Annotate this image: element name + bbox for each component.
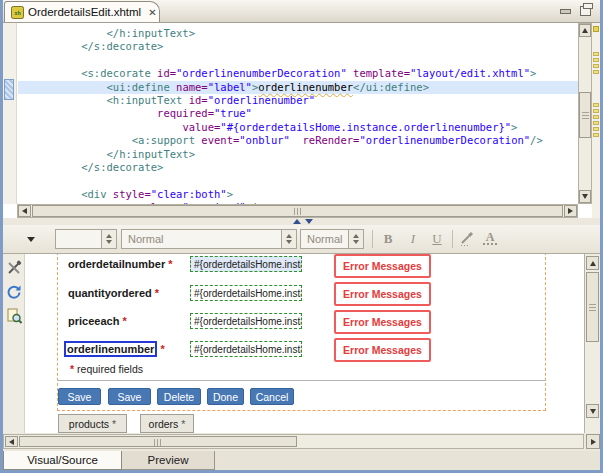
occurrence-marker [593,103,599,107]
close-icon[interactable]: ✕ [148,7,156,18]
code-line[interactable]: </h:inputText> [18,27,578,40]
canvas-hscroll-thumb[interactable] [19,436,297,447]
source-code-area[interactable]: </h:inputText> </s:decorate> <s:decorate… [18,23,578,204]
required-fields-note: *required fields [70,363,143,375]
input-field-orderdetailnumber[interactable]: #{orderdetailsHome.instan [190,256,302,272]
code-line[interactable]: <div style="clear:both"> [18,188,578,201]
error-messages-placeholder[interactable]: Error Messages [334,254,431,278]
preferences-tools-icon[interactable] [6,260,22,276]
vpe-canvas[interactable]: *required fields orderdetailnumber*#{ord… [25,254,584,433]
scroll-down-arrow[interactable] [586,404,599,418]
source-horizontal-scrollbar[interactable] [17,204,578,218]
scroll-up-arrow[interactable] [579,24,591,37]
refresh-icon[interactable] [6,284,22,300]
save-button[interactable]: Save [58,388,101,405]
error-messages-placeholder[interactable]: Error Messages [334,338,431,362]
bold-button[interactable]: B [378,229,398,249]
toolbar-separator [372,230,373,248]
editor-tab[interactable]: xh OrderdetailsEdit.xhtml ✕ [4,1,160,22]
scroll-right-arrow[interactable] [586,434,600,449]
entity-tab-orders[interactable]: orders* [140,414,194,433]
scroll-left-arrow[interactable] [5,436,18,447]
occurrence-marker [593,109,599,113]
maximize-icon[interactable] [580,6,591,16]
mode-tab-preview[interactable]: Preview [122,451,215,470]
field-label-priceeach[interactable]: priceeach [68,315,119,327]
editor-gutter [3,23,17,204]
pane-splitter[interactable] [3,218,600,225]
form-row: quantityordered* [68,285,159,301]
input-field-priceeach[interactable]: #{orderdetailsHome.instan [190,313,302,329]
code-line[interactable]: <s:decorate id="orderlinenumberDecoratio… [18,67,578,80]
scroll-up-arrow[interactable] [586,256,599,270]
style-class-combo[interactable] [55,229,117,249]
page-design-options-icon[interactable] [6,308,22,324]
annotation-indicator [593,26,599,32]
font-color-button[interactable]: A [483,231,497,245]
field-label-orderlinenumber[interactable]: orderlinenumber [64,341,157,357]
source-vscroll-thumb[interactable] [579,92,591,138]
required-star: * [160,343,164,355]
splitter-up-arrow[interactable] [293,219,301,224]
source-editor-pane: </h:inputText> </s:decorate> <s:decorate… [3,23,600,218]
error-messages-placeholder[interactable]: Error Messages [334,282,431,306]
toolbar-separator [452,230,453,248]
code-line[interactable]: </h:inputText> [18,148,578,161]
input-field-quantityordered[interactable]: #{orderdetailsHome.instan [190,285,302,301]
required-star: * [122,315,126,327]
code-line[interactable]: </s:decorate> [18,161,578,174]
field-label-orderdetailnumber[interactable]: orderdetailnumber [68,258,165,270]
minimize-icon[interactable] [560,9,571,14]
underline-button[interactable]: U [427,229,447,249]
required-star: * [155,287,159,299]
error-messages-placeholder[interactable]: Error Messages [334,310,431,334]
canvas-horizontal-scrollbar[interactable] [3,433,600,451]
input-field-orderlinenumber[interactable]: #{orderdetailsHome.instan [190,341,302,357]
delete-button[interactable]: Delete [157,388,201,405]
field-label-quantityordered[interactable]: quantityordered [68,287,152,299]
italic-button[interactable]: I [403,229,423,249]
canvas-hscroll-track[interactable] [3,434,584,449]
canvas-vscroll-thumb[interactable] [586,272,599,342]
vpe-side-toolbar [3,254,25,433]
code-line[interactable]: value="#{orderdetailsHome.instance.order… [18,121,578,134]
code-line[interactable]: </s:decorate> [18,40,578,53]
code-line[interactable]: required="true" [18,107,578,120]
svg-text:xh: xh [14,9,21,15]
occurrence-marker [593,133,599,137]
combo-spinner-icon[interactable] [281,230,296,248]
scroll-left-arrow[interactable] [18,205,31,217]
form-row: orderdetailnumber* [68,256,172,272]
overview-ruler [592,23,600,218]
xhtml-file-icon: xh [11,6,24,19]
paragraph-format-combo[interactable]: Normal [121,229,297,249]
required-star: * [168,258,172,270]
occurrence-marker [593,115,599,119]
occurrence-marker [593,64,599,68]
editor-tab-bar: xh OrderdetailsEdit.xhtml ✕ [3,0,600,23]
save-button[interactable]: Save [108,388,151,405]
gutter-occurrence-marker [4,79,14,100]
font-combo[interactable]: Normal [300,229,364,249]
cancel-button[interactable]: Cancel [250,388,294,405]
code-line[interactable]: <h:inputText id="orderlinenumber" [18,94,578,107]
canvas-vertical-scrollbar[interactable] [584,254,600,433]
highlight-pen-icon[interactable] [459,231,475,247]
code-line[interactable] [18,174,578,187]
code-line[interactable]: <a:support event="onblur" reRender="orde… [18,134,578,147]
source-vertical-scrollbar[interactable] [578,23,592,204]
code-line[interactable]: <ui:define name="label">orderlinenumber<… [18,81,578,94]
code-line[interactable] [18,54,578,67]
splitter-down-arrow[interactable] [305,219,313,224]
mode-tab-visual-source[interactable]: Visual/Source [3,451,122,470]
combo-spinner-icon[interactable] [348,230,363,248]
combo-spinner-icon[interactable] [101,230,116,248]
entity-tab-products[interactable]: products* [58,414,127,433]
source-hscroll-thumb[interactable] [32,205,563,217]
toolbar-menu-arrow-icon[interactable] [27,237,35,242]
view-buttons [560,6,591,16]
done-button[interactable]: Done [207,388,244,405]
scroll-down-arrow[interactable] [579,190,591,203]
eclipse-vpe-editor-window: xh OrderdetailsEdit.xhtml ✕ </h:inputTex… [0,0,603,473]
scroll-right-arrow[interactable] [564,205,577,217]
